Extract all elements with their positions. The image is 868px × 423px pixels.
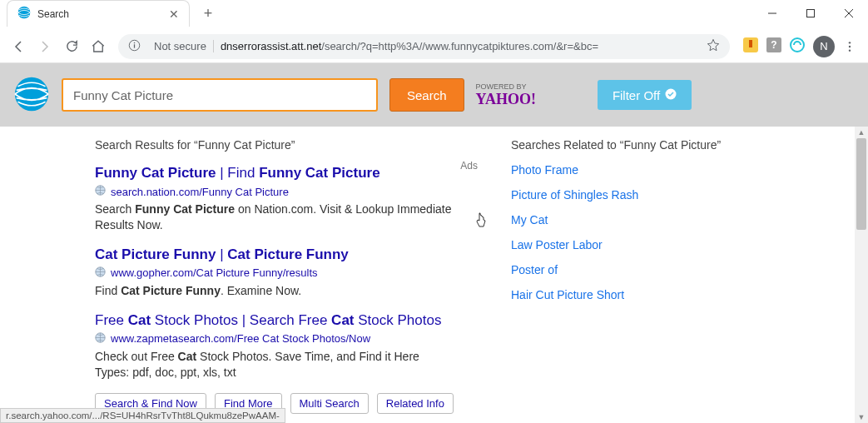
- page-content: Funny Cat Picture Search POWERED BY YAHO…: [0, 63, 868, 423]
- pill-button[interactable]: Multi Search: [290, 393, 369, 414]
- search-result: Cat Picture Funny | Cat Picture Funny ww…: [95, 246, 478, 299]
- powered-by-yahoo: POWERED BY YAHOO!: [476, 82, 536, 108]
- forward-button[interactable]: [33, 35, 57, 58]
- close-window-button[interactable]: [830, 0, 868, 27]
- star-icon[interactable]: [707, 38, 720, 54]
- globe-icon: [95, 185, 106, 198]
- svg-point-7: [134, 42, 136, 43]
- minimize-button[interactable]: [753, 0, 791, 27]
- new-tab-button[interactable]: +: [196, 2, 220, 25]
- related-link[interactable]: Poster of: [511, 263, 752, 276]
- window-controls: [753, 0, 868, 27]
- yahoo-logo: YAHOO!: [476, 91, 536, 108]
- related-searches: Searches Related to “Funny Cat Picture” …: [511, 138, 752, 423]
- related-header: Searches Related to “Funny Cat Picture”: [511, 138, 752, 152]
- info-icon[interactable]: [128, 39, 141, 54]
- svg-point-13: [849, 42, 851, 43]
- reload-button[interactable]: [60, 35, 83, 58]
- related-link[interactable]: Photo Frame: [511, 163, 752, 177]
- tab-title: Search: [37, 8, 162, 20]
- related-link[interactable]: My Cat: [511, 213, 752, 226]
- back-button[interactable]: [7, 35, 30, 58]
- svg-text:?: ?: [771, 39, 776, 51]
- status-bar: r.search.yahoo.com/.../RS=UH4hRsrTvTht8L…: [0, 408, 285, 423]
- pill-button[interactable]: Related Info: [377, 393, 454, 414]
- extension-icon-1[interactable]: [743, 37, 758, 55]
- results-header: Search Results for “Funny Cat Picture”: [95, 138, 478, 152]
- result-types: Types: pdf, doc, ppt, xls, txt: [95, 365, 478, 381]
- browser-toolbar: Not secure dnserrorassist.att.net/search…: [0, 30, 868, 63]
- result-snippet: Find Cat Picture Funny. Examine Now.: [95, 283, 478, 299]
- result-snippet: Check out Free Cat Stock Photos. Save Ti…: [95, 349, 478, 365]
- search-input[interactable]: Funny Cat Picture: [62, 78, 378, 112]
- window-tabstrip: Search ✕ +: [0, 0, 868, 30]
- extension-icon-3[interactable]: [790, 37, 805, 55]
- svg-rect-9: [749, 40, 752, 47]
- browser-tab[interactable]: Search ✕: [7, 0, 190, 27]
- not-secure-label: Not secure: [147, 40, 214, 52]
- search-result: Free Cat Stock Photos | Search Free Cat …: [95, 312, 478, 381]
- maximize-button[interactable]: [791, 0, 830, 27]
- check-circle-icon: [665, 88, 677, 102]
- svg-rect-2: [807, 10, 815, 17]
- related-link[interactable]: Picture of Shingles Rash: [511, 188, 752, 202]
- filter-off-button[interactable]: Filter Off: [598, 80, 692, 110]
- page-scrollbar[interactable]: ▲ ▼: [855, 127, 868, 423]
- result-url[interactable]: www.zapmetasearch.com/Free Cat Stock Pho…: [111, 332, 370, 345]
- address-bar[interactable]: Not secure dnserrorassist.att.net/search…: [118, 34, 730, 59]
- globe-icon: [95, 332, 106, 346]
- svg-point-15: [849, 49, 851, 51]
- globe-icon: [95, 266, 106, 280]
- results-column: Search Results for “Funny Cat Picture” A…: [95, 138, 478, 423]
- search-header: Funny Cat Picture Search POWERED BY YAHO…: [0, 63, 868, 127]
- search-result: Funny Cat Picture | Find Funny Cat Pictu…: [95, 165, 478, 233]
- close-tab-icon[interactable]: ✕: [169, 7, 179, 21]
- result-title[interactable]: Funny Cat Picture | Find Funny Cat Pictu…: [95, 165, 478, 182]
- home-button[interactable]: [87, 35, 110, 58]
- result-snippet: Search Funny Cat Picture on Nation.com. …: [95, 202, 478, 233]
- result-title[interactable]: Free Cat Stock Photos | Search Free Cat …: [95, 312, 478, 329]
- extension-icon-2[interactable]: ?: [766, 37, 781, 55]
- att-favicon-icon: [17, 6, 31, 22]
- svg-point-12: [791, 38, 804, 52]
- result-title[interactable]: Cat Picture Funny | Cat Picture Funny: [95, 246, 478, 263]
- related-link[interactable]: Law Poster Labor: [511, 238, 752, 251]
- svg-point-14: [849, 45, 851, 47]
- menu-button[interactable]: [838, 35, 861, 58]
- att-logo-icon[interactable]: [13, 76, 50, 115]
- result-url[interactable]: search.nation.com/Funny Cat Picture: [111, 186, 289, 198]
- search-button[interactable]: Search: [389, 78, 464, 112]
- ads-label: Ads: [460, 160, 478, 172]
- url-text: dnserrorassist.att.net/search/?q=http%3A…: [221, 40, 700, 52]
- scroll-down-icon[interactable]: ▼: [855, 411, 868, 423]
- scroll-thumb[interactable]: [856, 138, 866, 230]
- scroll-up-icon[interactable]: ▲: [855, 127, 868, 138]
- result-url[interactable]: www.gopher.com/Cat Picture Funny/results: [111, 266, 318, 279]
- related-link[interactable]: Hair Cut Picture Short: [511, 288, 752, 301]
- profile-avatar[interactable]: N: [813, 36, 835, 57]
